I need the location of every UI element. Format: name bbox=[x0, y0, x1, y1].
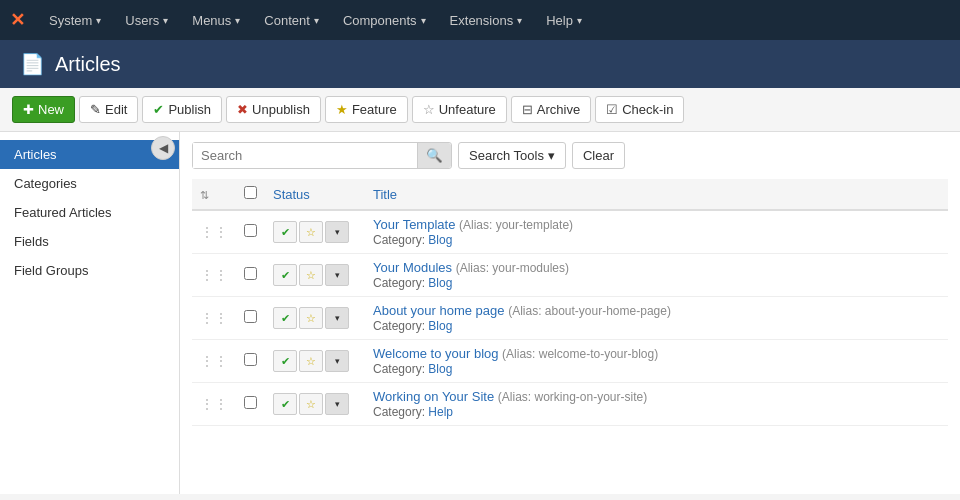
col-status-header[interactable]: Status bbox=[265, 179, 365, 210]
article-category: Category: Blog bbox=[373, 276, 452, 290]
search-input-wrap: 🔍 bbox=[192, 142, 452, 169]
nav-content[interactable]: Content ▾ bbox=[254, 0, 329, 40]
feature-status-btn[interactable]: ☆ bbox=[299, 393, 323, 415]
article-category-link[interactable]: Blog bbox=[428, 276, 452, 290]
unfeature-button[interactable]: ☆ Unfeature bbox=[412, 96, 507, 123]
clear-label: Clear bbox=[583, 148, 614, 163]
select-all-checkbox[interactable] bbox=[244, 186, 257, 199]
table-row: ⋮⋮ ✔ ☆ ▾ Welcome to your blog (Alias: we… bbox=[192, 340, 948, 383]
col-title-header[interactable]: Title bbox=[365, 179, 948, 210]
article-category-link[interactable]: Help bbox=[428, 405, 453, 419]
row-checkbox[interactable] bbox=[244, 310, 257, 323]
toolbar: ✚ New ✎ Edit ✔ Publish ✖ Unpublish ★ Fea… bbox=[0, 88, 960, 132]
feature-status-btn[interactable]: ☆ bbox=[299, 307, 323, 329]
nav-components[interactable]: Components ▾ bbox=[333, 0, 436, 40]
search-input[interactable] bbox=[193, 143, 417, 168]
article-alias: (Alias: welcome-to-your-blog) bbox=[502, 347, 658, 361]
status-dropdown-btn[interactable]: ▾ bbox=[325, 393, 349, 415]
row-checkbox-cell bbox=[236, 383, 265, 426]
row-checkbox-cell bbox=[236, 210, 265, 254]
feature-button[interactable]: ★ Feature bbox=[325, 96, 408, 123]
nav-menus[interactable]: Menus ▾ bbox=[182, 0, 250, 40]
row-title-cell: Welcome to your blog (Alias: welcome-to-… bbox=[365, 340, 948, 383]
nav-extensions[interactable]: Extensions ▾ bbox=[440, 0, 533, 40]
status-dropdown-btn[interactable]: ▾ bbox=[325, 264, 349, 286]
new-button[interactable]: ✚ New bbox=[12, 96, 75, 123]
status-buttons: ✔ ☆ ▾ bbox=[273, 307, 357, 329]
row-checkbox[interactable] bbox=[244, 224, 257, 237]
publish-status-btn[interactable]: ✔ bbox=[273, 307, 297, 329]
edit-button[interactable]: ✎ Edit bbox=[79, 96, 138, 123]
nav-users-label: Users bbox=[125, 13, 159, 28]
row-checkbox-cell bbox=[236, 297, 265, 340]
status-dropdown-btn[interactable]: ▾ bbox=[325, 350, 349, 372]
status-col-label: Status bbox=[273, 187, 310, 202]
drag-icon: ⋮⋮ bbox=[200, 267, 228, 283]
sidebar-item-field-groups[interactable]: Field Groups bbox=[0, 256, 179, 285]
status-dropdown-btn[interactable]: ▾ bbox=[325, 307, 349, 329]
publish-status-btn[interactable]: ✔ bbox=[273, 393, 297, 415]
nav-system[interactable]: System ▾ bbox=[39, 0, 111, 40]
publish-button[interactable]: ✔ Publish bbox=[142, 96, 222, 123]
drag-icon: ⋮⋮ bbox=[200, 310, 228, 326]
status-buttons: ✔ ☆ ▾ bbox=[273, 393, 357, 415]
search-submit-button[interactable]: 🔍 bbox=[417, 143, 451, 168]
feature-status-btn[interactable]: ☆ bbox=[299, 350, 323, 372]
unpublish-button[interactable]: ✖ Unpublish bbox=[226, 96, 321, 123]
archive-button[interactable]: ⊟ Archive bbox=[511, 96, 591, 123]
publish-status-btn[interactable]: ✔ bbox=[273, 264, 297, 286]
sidebar-item-featured[interactable]: Featured Articles bbox=[0, 198, 179, 227]
sidebar-item-fields[interactable]: Fields bbox=[0, 227, 179, 256]
nav-users[interactable]: Users ▾ bbox=[115, 0, 178, 40]
publish-status-btn[interactable]: ✔ bbox=[273, 350, 297, 372]
nav-help[interactable]: Help ▾ bbox=[536, 0, 592, 40]
feature-label: Feature bbox=[352, 102, 397, 117]
checkin-icon: ☑ bbox=[606, 102, 618, 117]
clear-button[interactable]: Clear bbox=[572, 142, 625, 169]
feature-status-btn[interactable]: ☆ bbox=[299, 264, 323, 286]
row-status: ✔ ☆ ▾ bbox=[265, 383, 365, 426]
row-checkbox[interactable] bbox=[244, 267, 257, 280]
articles-page-icon: 📄 bbox=[20, 52, 45, 76]
search-bar: 🔍 Search Tools ▾ Clear bbox=[192, 142, 948, 169]
status-dropdown-btn[interactable]: ▾ bbox=[325, 221, 349, 243]
check-icon: ✔ bbox=[153, 102, 164, 117]
drag-handle: ⋮⋮ bbox=[192, 340, 236, 383]
unfeature-label: Unfeature bbox=[439, 102, 496, 117]
col-check-header[interactable] bbox=[236, 179, 265, 210]
feature-status-btn[interactable]: ☆ bbox=[299, 221, 323, 243]
joomla-logo: ✕ bbox=[10, 9, 25, 31]
drag-handle: ⋮⋮ bbox=[192, 210, 236, 254]
row-status: ✔ ☆ ▾ bbox=[265, 210, 365, 254]
drag-handle: ⋮⋮ bbox=[192, 254, 236, 297]
status-buttons: ✔ ☆ ▾ bbox=[273, 264, 357, 286]
sidebar-toggle[interactable]: ◀ bbox=[151, 136, 175, 160]
nav-content-caret: ▾ bbox=[314, 15, 319, 26]
article-category: Category: Help bbox=[373, 405, 453, 419]
article-title-link[interactable]: Working on Your Site (Alias: working-on-… bbox=[373, 389, 647, 404]
publish-status-btn[interactable]: ✔ bbox=[273, 221, 297, 243]
article-category-link[interactable]: Blog bbox=[428, 233, 452, 247]
checkin-button[interactable]: ☑ Check-in bbox=[595, 96, 684, 123]
sidebar-item-categories[interactable]: Categories bbox=[0, 169, 179, 198]
checkin-label: Check-in bbox=[622, 102, 673, 117]
status-buttons: ✔ ☆ ▾ bbox=[273, 221, 357, 243]
row-title-cell: Your Template (Alias: your-template) Cat… bbox=[365, 210, 948, 254]
article-title-link[interactable]: Your Modules (Alias: your-modules) bbox=[373, 260, 569, 275]
article-title-link[interactable]: About your home page (Alias: about-your-… bbox=[373, 303, 671, 318]
article-category-link[interactable]: Blog bbox=[428, 319, 452, 333]
x-circle-icon: ✖ bbox=[237, 102, 248, 117]
nav-help-caret: ▾ bbox=[577, 15, 582, 26]
nav-help-label: Help bbox=[546, 13, 573, 28]
article-category-link[interactable]: Blog bbox=[428, 362, 452, 376]
article-title-link[interactable]: Your Template (Alias: your-template) bbox=[373, 217, 573, 232]
article-title-link[interactable]: Welcome to your blog (Alias: welcome-to-… bbox=[373, 346, 658, 361]
article-category: Category: Blog bbox=[373, 362, 452, 376]
nav-system-caret: ▾ bbox=[96, 15, 101, 26]
unpublish-label: Unpublish bbox=[252, 102, 310, 117]
row-checkbox[interactable] bbox=[244, 353, 257, 366]
star-outline-icon: ☆ bbox=[423, 102, 435, 117]
nav-extensions-caret: ▾ bbox=[517, 15, 522, 26]
row-checkbox[interactable] bbox=[244, 396, 257, 409]
search-tools-button[interactable]: Search Tools ▾ bbox=[458, 142, 566, 169]
